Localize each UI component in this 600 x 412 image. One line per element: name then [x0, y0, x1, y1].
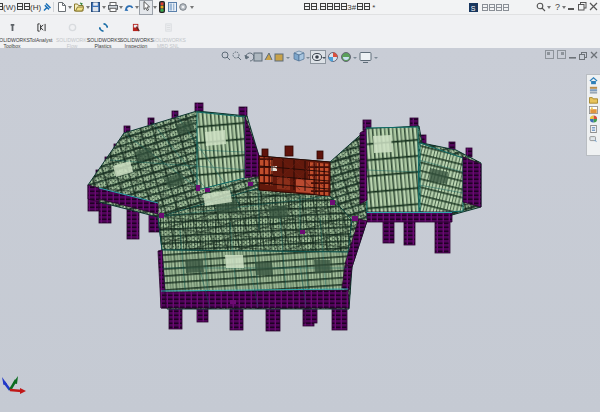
svg-text:S: S — [471, 5, 476, 12]
